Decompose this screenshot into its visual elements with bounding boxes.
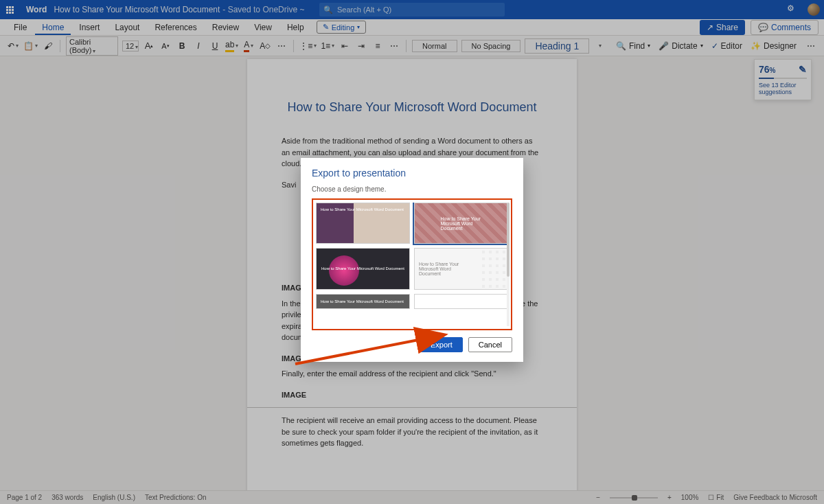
theme-option-1[interactable]: How to Share Your Microsoft Word Documen…: [316, 203, 410, 244]
theme-option-3[interactable]: How to Share Your Microsoft Word Documen…: [316, 248, 410, 289]
dialog-subtitle: Choose a design theme.: [312, 185, 512, 193]
theme-option-6[interactable]: [414, 294, 508, 309]
theme-grid-highlight: How to Share Your Microsoft Word Documen…: [312, 198, 512, 330]
export-button[interactable]: Export: [420, 337, 463, 352]
theme-grid: How to Share Your Microsoft Word Documen…: [316, 203, 508, 326]
theme-option-2[interactable]: How to Share Your Microsoft Word Documen…: [414, 203, 508, 244]
cancel-button[interactable]: Cancel: [468, 337, 512, 352]
theme-option-5[interactable]: How to Share Your Microsoft Word Documen…: [316, 294, 410, 309]
theme-scrollbar[interactable]: [507, 203, 510, 326]
theme-option-4[interactable]: How to Share Your Microsoft Word Documen…: [414, 248, 508, 289]
export-presentation-dialog: Export to presentation Choose a design t…: [301, 158, 523, 362]
dialog-title: Export to presentation: [312, 168, 512, 179]
